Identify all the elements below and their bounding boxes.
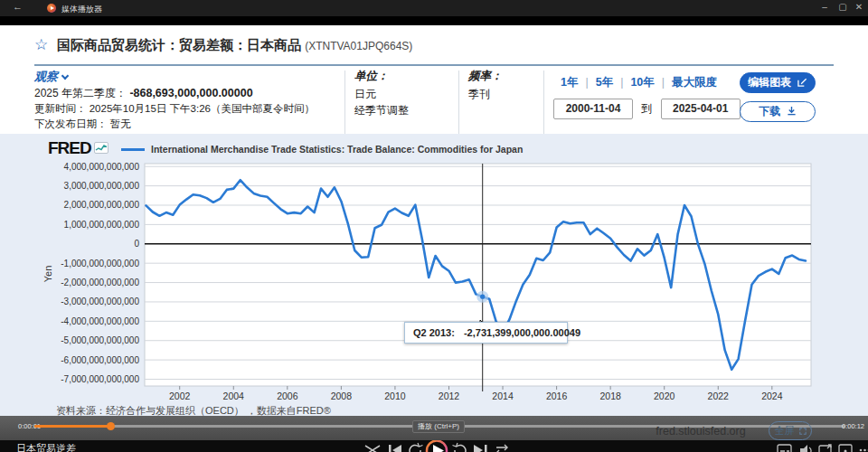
forward-icon[interactable] [453, 443, 466, 452]
download-icon [787, 106, 797, 116]
subtitles-icon[interactable] [778, 445, 791, 452]
range-separator: | [662, 76, 665, 89]
highlighted-point [480, 295, 485, 299]
download-button[interactable]: 下载 [740, 101, 816, 122]
fullscreen-button[interactable]: 全屏 [769, 421, 812, 440]
x-tick-label: 2024 [761, 391, 783, 401]
plot-area [145, 164, 811, 386]
date-to-input[interactable]: 2025-04-01 [661, 99, 741, 119]
date-range-row: 2000-11-04 到 2025-04-01 [553, 99, 741, 120]
observations-label: 观察 [34, 70, 58, 83]
date-from-input[interactable]: 2000-11-04 [553, 99, 633, 119]
range-separator: | [620, 76, 623, 89]
y-tick-label: 0 [134, 239, 139, 249]
y-tick-label: -6,000,000,000,000 [61, 355, 139, 365]
trade-balance-line-chart[interactable]: 4,000,000,000,0003,000,000,000,0002,000,… [0, 134, 868, 418]
updated-label: 更新时间： [34, 103, 87, 114]
y-tick-label: 3,000,000,000,000 [64, 181, 140, 191]
player-controls-icons [0, 440, 868, 452]
x-tick-label: 2006 [277, 391, 298, 401]
tooltip-value: -2,731,399,000,000.00049 [464, 327, 580, 338]
maximize-button[interactable]: ▢ [835, 2, 850, 12]
column-divider [344, 71, 345, 134]
fullscreen-label: 全屏 [774, 425, 794, 436]
column-divider [543, 71, 544, 134]
series-title: 国际商品贸易统计：贸易差额：日本商品 [57, 37, 301, 52]
volume-icon[interactable] [800, 445, 811, 452]
rewind-icon[interactable] [410, 443, 422, 452]
next-release-label: 下次发布日期： [34, 118, 108, 129]
range-link-4[interactable]: 最大限度 [672, 76, 717, 89]
y-axis-title: Yen [42, 266, 53, 283]
player-bottom-bar: 日本贸易逆差 [0, 440, 868, 452]
fullscreen-expand-icon [799, 428, 807, 435]
y-tick-label: -1,000,000,000,000 [61, 259, 139, 268]
video-letterbox [0, 16, 868, 25]
latest-observation: 2025 年第二季度： -868,693,000,000.00000 [34, 86, 253, 101]
legend-line-swatch [121, 148, 145, 151]
updated-value: 2025年10月15日 下午3:26（美国中部夏令时间） [90, 103, 315, 114]
observation-period: 2025 年第二季度： [34, 87, 127, 99]
shuffle-icon[interactable] [365, 446, 380, 452]
x-tick-label: 2014 [492, 391, 514, 401]
cast-icon[interactable] [839, 445, 852, 452]
play-button[interactable] [427, 441, 447, 452]
y-tick-label: -4,000,000,000,000 [61, 316, 139, 326]
y-tick-label: -2,000,000,000,000 [61, 278, 139, 287]
y-tick-label: 4,000,000,000,000 [64, 162, 140, 172]
chart-legend: International Merchandise Trade Statisti… [121, 144, 523, 155]
range-separator: | [585, 76, 588, 89]
edit-graph-button[interactable]: 编辑图表 [740, 72, 816, 93]
observations-dropdown[interactable]: 观察 [34, 69, 68, 85]
x-tick-label: 2008 [331, 391, 353, 401]
fred-url-watermark: fred.stlouisfed.org [624, 425, 778, 438]
media-player-window: ← 媒体播放器 – ▢ ✕ ☆ 国际商品贸易统计：贸易差额：日本商品 (XTNT… [0, 0, 868, 452]
edit-pencil-icon [797, 77, 807, 87]
next-track-icon[interactable] [474, 445, 487, 452]
x-tick-label: 2010 [384, 391, 406, 401]
close-button[interactable]: ✕ [852, 2, 866, 12]
page-title: 国际商品贸易统计：贸易差额：日本商品 (XTNTVA01JPQ664S) [57, 37, 412, 54]
y-tick-label: -5,000,000,000,000 [61, 335, 139, 345]
chart-area: 4,000,000,000,0003,000,000,000,0002,000,… [0, 134, 868, 418]
window-titlebar: ← 媒体播放器 – ▢ ✕ [0, 0, 868, 16]
units-value: 日元 [354, 87, 376, 102]
frequency-value: 季刊 [468, 87, 490, 102]
series-code: (XTNTVA01JPQ664S) [305, 40, 412, 52]
column-divider [458, 71, 459, 134]
window-title: 媒体播放器 [61, 4, 102, 15]
x-tick-label: 2018 [599, 391, 621, 401]
range-link-1[interactable]: 1年 [561, 76, 578, 89]
media-player-logo-icon [47, 4, 56, 13]
play-tooltip: 播放 (Ctrl+P) [412, 420, 465, 433]
miniplayer-icon[interactable] [819, 445, 831, 452]
minimize-button[interactable]: – [817, 2, 832, 12]
next-release-value: 暂无 [110, 118, 131, 129]
x-tick-label: 2004 [223, 391, 245, 401]
x-tick-label: 2022 [708, 391, 730, 401]
player-control-overlay: 0:00:01 0:00:12 播放 (Ctrl+P) fred.stlouis… [0, 416, 868, 440]
previous-track-icon[interactable] [389, 445, 401, 452]
more-options-icon[interactable] [860, 449, 868, 452]
total-duration: 0:00:12 [842, 422, 864, 430]
x-tick-label: 2012 [439, 391, 460, 401]
range-link-2[interactable]: 5年 [596, 76, 613, 89]
repeat-icon[interactable] [496, 445, 507, 452]
y-tick-label: 2,000,000,000,000 [64, 200, 140, 210]
date-range-join: 到 [641, 99, 652, 119]
back-arrow-icon[interactable]: ← [13, 1, 23, 12]
y-tick-label: 1,000,000,000,000 [64, 220, 140, 230]
chart-tooltip: Q2 2013: -2,731,399,000,000.00049 [404, 322, 568, 344]
fred-logo: FRED [48, 138, 91, 158]
x-tick-label: 2002 [169, 391, 191, 401]
range-link-3[interactable]: 10年 [630, 76, 654, 89]
legend-label: International Merchandise Trade Statisti… [151, 144, 523, 155]
download-label: 下载 [759, 105, 780, 118]
favorite-star-icon[interactable]: ☆ [34, 35, 48, 54]
seek-bar-knob[interactable] [107, 422, 115, 430]
seek-bar-progress [34, 425, 110, 428]
y-tick-label: -7,000,000,000,000 [61, 374, 139, 384]
updated-row: 更新时间： 2025年10月15日 下午3:26（美国中部夏令时间） [34, 102, 315, 116]
next-release-row: 下次发布日期： 暂无 [34, 118, 131, 131]
units-label: 单位： [354, 69, 389, 84]
